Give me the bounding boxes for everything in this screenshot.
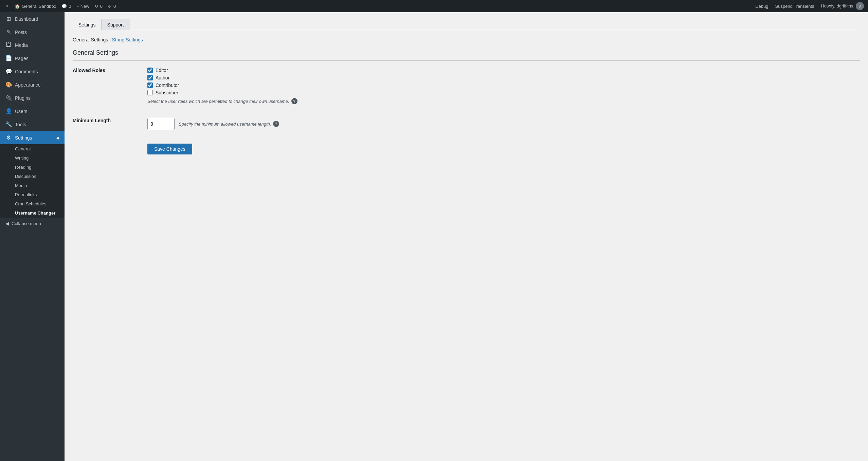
- submenu-media[interactable]: Media: [0, 181, 65, 190]
- updates-icon: ↺: [95, 4, 98, 9]
- tab-support[interactable]: Support: [102, 19, 130, 30]
- tab-settings[interactable]: Settings: [73, 19, 102, 30]
- collapse-menu[interactable]: ◀ Collapse menu: [0, 218, 65, 229]
- role-contributor-label[interactable]: Contributor: [156, 82, 179, 88]
- sidebar-label-plugins: Plugins: [15, 95, 31, 101]
- comments-link[interactable]: 💬 0: [61, 4, 71, 9]
- role-author-checkbox[interactable]: [147, 75, 153, 80]
- sidebar-label-comments: Comments: [15, 69, 38, 74]
- allowed-roles-help: Select the user roles which are permitte…: [147, 98, 860, 104]
- min-length-input[interactable]: [147, 118, 175, 130]
- role-editor-checkbox[interactable]: [147, 68, 153, 73]
- settings-arrow: ◀: [56, 135, 59, 140]
- updates-link[interactable]: ↺ 0: [95, 4, 103, 9]
- sidebar-label-media: Media: [15, 42, 28, 48]
- sidebar-item-media[interactable]: 🖼 Media: [0, 39, 65, 52]
- collapse-icon: ◀: [5, 221, 9, 226]
- save-button[interactable]: Save Changes: [147, 144, 192, 154]
- save-row: Save Changes: [73, 137, 860, 161]
- submenu-cron[interactable]: Cron Schedules: [0, 199, 65, 208]
- sidebar-item-appearance[interactable]: 🎨 Appearance: [0, 78, 65, 91]
- sidebar-label-users: Users: [15, 109, 28, 114]
- submenu-general[interactable]: General: [0, 144, 65, 153]
- sidebar-item-tools[interactable]: 🔧 Tools: [0, 118, 65, 131]
- tabs: Settings Support: [73, 19, 860, 30]
- role-author-row: Author: [147, 75, 860, 80]
- comments-icon: 💬: [5, 68, 12, 75]
- submenu-discussion[interactable]: Discussion: [0, 172, 65, 181]
- new-link[interactable]: + New: [76, 4, 89, 9]
- topbar: ⚬ 🏠 General Sandbox 💬 0 + New ↺ 0 ✈ 0 De…: [0, 0, 868, 12]
- breadcrumb-link[interactable]: String Settings: [112, 37, 143, 42]
- site-name[interactable]: 🏠 General Sandbox: [15, 4, 56, 9]
- sidebar-item-dashboard[interactable]: ⊞ Dashboard: [0, 12, 65, 25]
- min-length-row: Minimum Length Specify the minimum allow…: [73, 111, 860, 137]
- comment-icon: 💬: [61, 4, 67, 9]
- settings-submenu: General Writing Reading Discussion Media…: [0, 144, 65, 218]
- plugins-icon: ✈: [108, 4, 112, 9]
- home-icon: 🏠: [15, 4, 20, 9]
- role-contributor-row: Contributor: [147, 82, 860, 88]
- howdy-link[interactable]: Howdy, dgriffiths D: [821, 2, 864, 10]
- avatar: D: [856, 2, 864, 10]
- breadcrumb-separator: |: [109, 37, 112, 42]
- sidebar-item-pages[interactable]: 📄 Pages: [0, 52, 65, 65]
- sidebar: ⊞ Dashboard ✎ Posts 🖼 Media 📄 Pages 💬 Co…: [0, 12, 65, 461]
- submenu-permalinks[interactable]: Permalinks: [0, 190, 65, 199]
- role-editor-row: Editor: [147, 68, 860, 73]
- suspend-link[interactable]: Suspend Transients: [775, 4, 814, 9]
- appearance-icon: 🎨: [5, 81, 12, 88]
- min-length-label: Minimum Length: [73, 111, 147, 137]
- min-length-wrap: Specify the minimum allowed username len…: [147, 118, 860, 130]
- sidebar-item-comments[interactable]: 💬 Comments: [0, 65, 65, 78]
- submenu-reading[interactable]: Reading: [0, 163, 65, 172]
- sidebar-label-pages: Pages: [15, 56, 29, 61]
- role-editor-label[interactable]: Editor: [156, 68, 168, 73]
- wp-logo[interactable]: ⚬: [4, 2, 9, 10]
- allowed-roles-help-icon[interactable]: ?: [291, 98, 297, 104]
- plugins-link[interactable]: ✈ 0: [108, 4, 116, 9]
- topbar-right: Debug Suspend Transients Howdy, dgriffit…: [755, 2, 864, 10]
- tools-icon: 🔧: [5, 121, 12, 128]
- role-subscriber-checkbox[interactable]: [147, 90, 153, 95]
- sidebar-item-users[interactable]: 👤 Users: [0, 105, 65, 118]
- min-length-help-icon[interactable]: ?: [273, 121, 279, 127]
- allowed-roles-field: Editor Author Contributor Subscribe: [147, 61, 860, 111]
- settings-table: General Settings Allowed Roles Editor: [73, 49, 860, 161]
- role-author-label[interactable]: Author: [156, 75, 169, 80]
- sidebar-item-plugins[interactable]: 🔌 Plugins: [0, 91, 65, 105]
- sidebar-label-posts: Posts: [15, 30, 27, 35]
- allowed-roles-row: Allowed Roles Editor Author Contribut: [73, 61, 860, 111]
- role-contributor-checkbox[interactable]: [147, 82, 153, 88]
- plugins-menu-icon: 🔌: [5, 95, 12, 101]
- breadcrumb: General Settings | String Settings: [73, 37, 860, 42]
- users-icon: 👤: [5, 108, 12, 114]
- sidebar-item-settings[interactable]: ⚙ Settings ◀: [0, 131, 65, 144]
- submenu-username-changer[interactable]: Username Changer: [0, 208, 65, 218]
- sidebar-label-dashboard: Dashboard: [15, 16, 38, 22]
- settings-icon: ⚙: [5, 134, 12, 141]
- submenu-writing[interactable]: Writing: [0, 153, 65, 163]
- allowed-roles-label: Allowed Roles: [73, 61, 147, 111]
- pages-icon: 📄: [5, 55, 12, 61]
- media-icon: 🖼: [5, 42, 12, 48]
- role-subscriber-row: Subscriber: [147, 90, 860, 95]
- main-content: Settings Support General Settings | Stri…: [65, 12, 868, 461]
- breadcrumb-current: General Settings: [73, 37, 108, 42]
- debug-link[interactable]: Debug: [755, 4, 768, 9]
- min-length-help: Specify the minimum allowed username len…: [179, 121, 279, 127]
- sidebar-item-posts[interactable]: ✎ Posts: [0, 25, 65, 39]
- role-subscriber-label[interactable]: Subscriber: [156, 90, 178, 95]
- sidebar-label-settings: Settings: [15, 135, 32, 141]
- sidebar-label-appearance: Appearance: [15, 82, 41, 88]
- section-title: General Settings: [73, 49, 860, 61]
- sidebar-label-tools: Tools: [15, 122, 26, 127]
- dashboard-icon: ⊞: [5, 16, 12, 22]
- posts-icon: ✎: [5, 29, 12, 35]
- min-length-field: Specify the minimum allowed username len…: [147, 111, 860, 137]
